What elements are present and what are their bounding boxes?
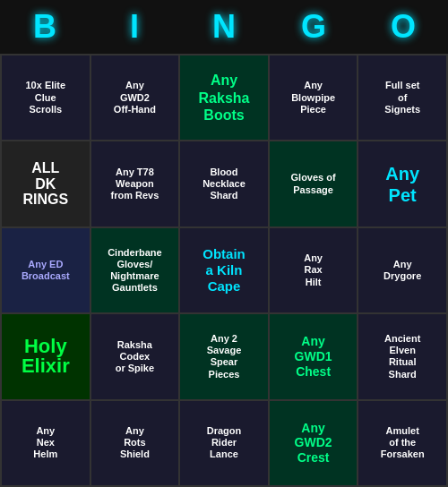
cell-text-0: 10x Elite Clue Scrolls — [25, 80, 65, 115]
cell-text-2: Any Raksha Boots — [199, 72, 250, 124]
bingo-cell-13[interactable]: Any Rax Hilt — [270, 228, 358, 312]
bingo-cell-23[interactable]: Any GWD2 Crest — [270, 401, 358, 485]
bingo-cell-17[interactable]: Any 2 Savage Spear Pieces — [180, 314, 268, 398]
bingo-cell-9[interactable]: Any Pet — [358, 141, 446, 226]
cell-text-24: Amulet of the Forsaken — [381, 425, 425, 461]
bingo-cell-5[interactable]: ALL DK RINGS — [2, 141, 90, 226]
cell-text-20: Any Nex Helm — [33, 425, 57, 461]
cell-text-13: Any Rax Hilt — [304, 252, 323, 288]
bingo-cell-2[interactable]: Any Raksha Boots — [180, 56, 268, 140]
header-letter-b: B — [0, 0, 90, 54]
header-letter-i: I — [90, 0, 179, 54]
cell-text-18: Any GWD1 Chest — [295, 334, 332, 379]
bingo-cell-16[interactable]: Raksha Codex or Spike — [91, 314, 179, 398]
bingo-cell-3[interactable]: Any Blowpipe Piece — [270, 56, 358, 140]
cell-text-6: Any T78 Weapon from Revs — [110, 167, 159, 202]
cell-text-16: Raksha Codex or Spike — [116, 339, 154, 375]
bingo-card: BINGO 10x Elite Clue ScrollsAny GWD2 Off… — [0, 0, 448, 487]
bingo-cell-18[interactable]: Any GWD1 Chest — [270, 314, 358, 398]
bingo-cell-0[interactable]: 10x Elite Clue Scrolls — [2, 56, 90, 140]
cell-text-10: Any ED Broadcast — [22, 259, 70, 282]
bingo-cell-6[interactable]: Any T78 Weapon from Revs — [91, 141, 179, 226]
cell-text-1: Any GWD2 Off-Hand — [114, 80, 156, 115]
bingo-grid: 10x Elite Clue ScrollsAny GWD2 Off-HandA… — [0, 54, 448, 487]
cell-text-21: Any Rots Shield — [120, 425, 150, 461]
bingo-cell-10[interactable]: Any ED Broadcast — [2, 228, 90, 312]
cell-text-5: ALL DK RINGS — [22, 160, 68, 208]
bingo-cell-4[interactable]: Full set of Signets — [358, 56, 446, 140]
cell-text-9: Any Pet — [385, 163, 419, 206]
bingo-cell-22[interactable]: Dragon Rider Lance — [180, 401, 268, 485]
cell-text-8: Gloves of Passage — [291, 172, 336, 195]
cell-text-4: Full set of Signets — [384, 80, 420, 115]
cell-text-7: Blood Necklace Shard — [202, 167, 246, 202]
bingo-cell-7[interactable]: Blood Necklace Shard — [180, 141, 268, 226]
bingo-cell-11[interactable]: Cinderbane Gloves/ Nightmare Gauntlets — [91, 228, 179, 312]
header-letter-o: O — [358, 0, 448, 54]
cell-text-19: Ancient Elven Ritual Shard — [384, 333, 420, 380]
bingo-cell-12[interactable]: Obtain a Kiln Cape — [180, 228, 268, 312]
bingo-cell-19[interactable]: Ancient Elven Ritual Shard — [358, 314, 446, 398]
cell-text-22: Dragon Rider Lance — [207, 425, 242, 461]
bingo-cell-8[interactable]: Gloves of Passage — [270, 141, 358, 226]
bingo-header: BINGO — [0, 0, 448, 54]
cell-text-12: Obtain a Kiln Cape — [202, 246, 246, 295]
cell-text-23: Any GWD2 Crest — [295, 421, 332, 466]
bingo-cell-14[interactable]: Any Drygore — [358, 228, 446, 312]
header-letter-n: N — [179, 0, 269, 54]
cell-text-15: Holy Elixir — [22, 337, 70, 376]
bingo-cell-24[interactable]: Amulet of the Forsaken — [358, 401, 446, 485]
cell-text-17: Any 2 Savage Spear Pieces — [207, 333, 242, 380]
cell-text-11: Cinderbane Gloves/ Nightmare Gauntlets — [108, 247, 162, 295]
cell-text-3: Any Blowpipe Piece — [291, 80, 335, 115]
bingo-cell-15[interactable]: Holy Elixir — [2, 314, 90, 398]
bingo-cell-20[interactable]: Any Nex Helm — [2, 401, 90, 485]
header-letter-g: G — [269, 0, 358, 54]
cell-text-14: Any Drygore — [383, 259, 421, 282]
bingo-cell-21[interactable]: Any Rots Shield — [91, 401, 179, 485]
bingo-cell-1[interactable]: Any GWD2 Off-Hand — [91, 56, 179, 140]
